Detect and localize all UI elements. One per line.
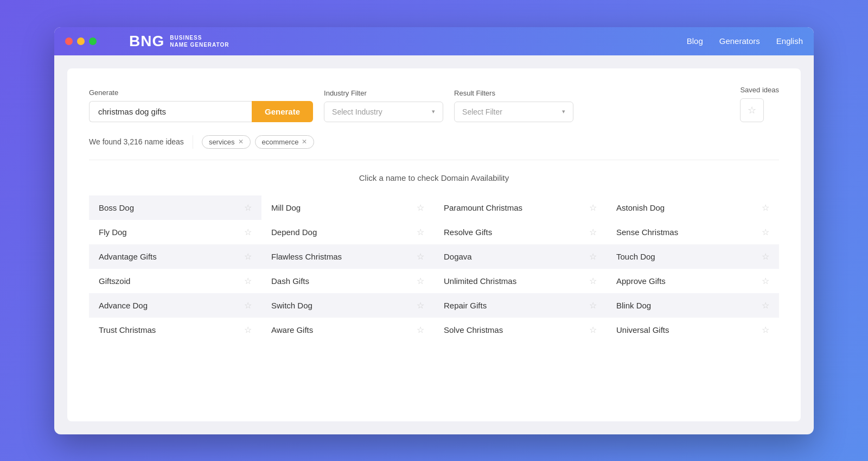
favorite-star-icon[interactable]: ☆: [762, 251, 769, 262]
favorite-star-icon[interactable]: ☆: [244, 325, 252, 335]
saved-ideas-group: Saved ideas ☆: [740, 86, 779, 122]
nav-language[interactable]: English: [776, 36, 803, 46]
favorite-star-icon[interactable]: ☆: [762, 203, 769, 213]
favorite-star-icon[interactable]: ☆: [589, 251, 597, 262]
generate-group: Generate Generate: [89, 89, 313, 122]
name-text: Aware Gifts: [271, 325, 313, 334]
divider: [89, 160, 779, 160]
name-text: Approve Gifts: [616, 276, 666, 286]
favorite-star-icon[interactable]: ☆: [417, 251, 424, 262]
favorite-star-icon[interactable]: ☆: [762, 325, 769, 335]
name-col-4: Astonish Dog☆Sense Christmas☆Touch Dog☆A…: [607, 195, 779, 342]
name-item[interactable]: Aware Gifts☆: [261, 318, 434, 342]
name-item[interactable]: Solve Christmas☆: [434, 318, 607, 342]
industry-filter-group: Industry Filter Select Industry ▾: [324, 89, 443, 122]
name-item[interactable]: Repair Gifts☆: [434, 293, 607, 318]
name-item[interactable]: Touch Dog☆: [607, 244, 779, 269]
name-item[interactable]: Switch Dog☆: [261, 293, 434, 318]
name-text: Astonish Dog: [616, 203, 665, 212]
name-item[interactable]: Approve Gifts☆: [607, 269, 779, 293]
nav-blog[interactable]: Blog: [687, 36, 703, 46]
name-item[interactable]: Dogava☆: [434, 244, 607, 269]
name-item[interactable]: Giftszoid☆: [89, 269, 261, 293]
name-text: Advantage Gifts: [99, 252, 157, 261]
industry-placeholder: Select Industry: [332, 108, 382, 116]
name-text: Boss Dog: [99, 203, 134, 212]
name-text: Unlimited Christmas: [444, 276, 516, 286]
favorite-star-icon[interactable]: ☆: [417, 203, 424, 213]
favorite-star-icon[interactable]: ☆: [417, 325, 424, 335]
close-button[interactable]: [65, 37, 73, 45]
favorite-star-icon[interactable]: ☆: [417, 227, 424, 237]
favorite-star-icon[interactable]: ☆: [589, 325, 597, 335]
name-text: Resolve Gifts: [444, 228, 492, 237]
name-item[interactable]: Advance Dog☆: [89, 293, 261, 318]
name-item[interactable]: Dash Gifts☆: [261, 269, 434, 293]
name-col-2: Mill Dog☆Depend Dog☆Flawless Christmas☆D…: [261, 195, 434, 342]
favorite-star-icon[interactable]: ☆: [762, 276, 769, 286]
favorite-star-icon[interactable]: ☆: [244, 251, 252, 262]
name-item[interactable]: Trust Christmas☆: [89, 318, 261, 342]
name-item[interactable]: Advantage Gifts☆: [89, 244, 261, 269]
name-item[interactable]: Unlimited Christmas☆: [434, 269, 607, 293]
favorite-star-icon[interactable]: ☆: [244, 276, 252, 286]
name-item[interactable]: Boss Dog☆: [89, 195, 261, 220]
name-item[interactable]: Blink Dog☆: [607, 293, 779, 318]
name-text: Switch Dog: [271, 301, 312, 310]
favorite-star-icon[interactable]: ☆: [244, 300, 252, 311]
name-text: Advance Dog: [99, 301, 148, 310]
name-item[interactable]: Fly Dog☆: [89, 220, 261, 244]
name-text: Flawless Christmas: [271, 252, 342, 261]
name-item[interactable]: Astonish Dog☆: [607, 195, 779, 220]
name-text: Paramount Christmas: [444, 203, 522, 212]
favorite-star-icon[interactable]: ☆: [589, 276, 597, 286]
favorite-star-icon[interactable]: ☆: [417, 276, 424, 286]
result-filters-select[interactable]: Select Filter ▾: [454, 102, 573, 122]
name-item[interactable]: Mill Dog☆: [261, 195, 434, 220]
name-item[interactable]: Paramount Christmas☆: [434, 195, 607, 220]
favorite-star-icon[interactable]: ☆: [244, 227, 252, 237]
tag-services-remove[interactable]: ✕: [238, 138, 244, 146]
favorite-star-icon[interactable]: ☆: [589, 203, 597, 213]
minimize-button[interactable]: [77, 37, 85, 45]
generate-label: Generate: [89, 89, 313, 97]
domain-hint: Click a name to check Domain Availabilit…: [89, 173, 779, 182]
titlebar: BNG BUSINESS NAME GENERATOR Blog Generat…: [54, 27, 814, 55]
name-text: Blink Dog: [616, 301, 651, 310]
tag-services: services ✕: [202, 135, 251, 149]
traffic-lights: [65, 37, 97, 45]
name-col-1: Boss Dog☆Fly Dog☆Advantage Gifts☆Giftszo…: [89, 195, 261, 342]
name-item[interactable]: Sense Christmas☆: [607, 220, 779, 244]
name-item[interactable]: Resolve Gifts☆: [434, 220, 607, 244]
name-text: Depend Dog: [271, 228, 317, 237]
favorite-star-icon[interactable]: ☆: [762, 300, 769, 311]
name-item[interactable]: Depend Dog☆: [261, 220, 434, 244]
names-grid: Boss Dog☆Fly Dog☆Advantage Gifts☆Giftszo…: [89, 195, 779, 342]
results-summary: We found 3,216 name ideas services ✕ eco…: [89, 135, 779, 149]
name-item[interactable]: Universal Gifts☆: [607, 318, 779, 342]
chevron-down-icon: ▾: [432, 108, 435, 115]
filter-tags: services ✕ ecommerce ✕: [193, 135, 315, 149]
nav-generators[interactable]: Generators: [719, 36, 760, 46]
name-text: Fly Dog: [99, 228, 127, 237]
favorite-star-icon[interactable]: ☆: [762, 227, 769, 237]
result-filters-group: Result Filters Select Filter ▾: [454, 89, 573, 122]
favorite-star-icon[interactable]: ☆: [244, 203, 252, 213]
tag-ecommerce-remove[interactable]: ✕: [302, 138, 307, 146]
result-filters-label: Result Filters: [454, 89, 573, 97]
favorite-star-icon[interactable]: ☆: [589, 227, 597, 237]
favorite-star-icon[interactable]: ☆: [589, 300, 597, 311]
generate-button[interactable]: Generate: [252, 101, 313, 122]
saved-ideas-button[interactable]: ☆: [740, 98, 764, 122]
industry-filter-select[interactable]: Select Industry ▾: [324, 102, 443, 122]
name-text: Giftszoid: [99, 276, 130, 286]
search-input[interactable]: [89, 101, 252, 122]
name-item[interactable]: Flawless Christmas☆: [261, 244, 434, 269]
filter-placeholder: Select Filter: [462, 108, 502, 116]
app-window: BNG BUSINESS NAME GENERATOR Blog Generat…: [54, 27, 814, 434]
name-text: Solve Christmas: [444, 325, 503, 334]
maximize-button[interactable]: [89, 37, 97, 45]
name-text: Dash Gifts: [271, 276, 309, 286]
favorite-star-icon[interactable]: ☆: [417, 300, 424, 311]
star-icon: ☆: [748, 104, 756, 116]
